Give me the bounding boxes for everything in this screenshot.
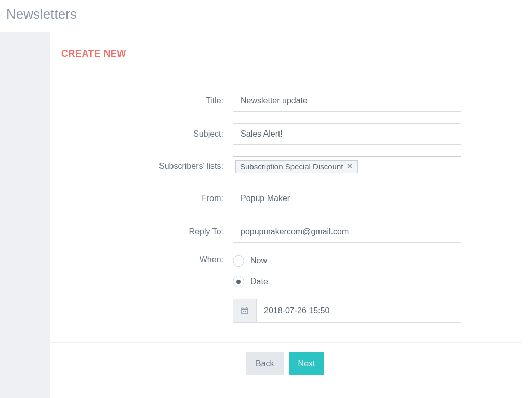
when-radio-date[interactable]: Date <box>233 276 268 287</box>
footer-buttons: Back Next <box>246 352 532 375</box>
when-now-label: Now <box>250 256 267 266</box>
content-area: CREATE NEW Title: Subject: Subscribers' … <box>0 32 532 398</box>
card-heading: CREATE NEW <box>50 48 532 71</box>
page-title: Newsletters <box>0 0 532 32</box>
when-radio-now[interactable]: Now <box>233 255 268 267</box>
row-date <box>50 299 532 323</box>
reply-to-input[interactable] <box>233 221 461 243</box>
radio-icon <box>233 255 244 267</box>
radio-icon <box>233 276 244 287</box>
radio-dot-icon <box>236 280 241 284</box>
when-label: When: <box>50 254 233 264</box>
form-card: CREATE NEW Title: Subject: Subscribers' … <box>50 32 532 398</box>
date-input[interactable] <box>257 299 461 323</box>
row-subscribers: Subscribers' lists: Subscription Special… <box>50 156 532 176</box>
when-date-label: Date <box>250 277 268 286</box>
subject-label: Subject: <box>50 129 233 139</box>
row-reply-to: Reply To: <box>50 221 532 243</box>
subscriber-tag: Subscription Special Discount ✕ <box>235 160 358 173</box>
back-button[interactable]: Back <box>246 352 284 375</box>
next-button[interactable]: Next <box>289 352 325 375</box>
header-divider <box>50 71 521 71</box>
row-title: Title: <box>50 90 532 112</box>
row-subject: Subject: <box>50 123 532 145</box>
subscriber-tag-label: Subscription Special Discount <box>240 162 343 171</box>
from-input[interactable] <box>233 188 461 209</box>
subscribers-tags-input[interactable]: Subscription Special Discount ✕ <box>233 156 461 176</box>
remove-tag-icon[interactable]: ✕ <box>346 163 353 170</box>
calendar-icon[interactable] <box>233 299 257 323</box>
row-from: From: <box>50 188 532 209</box>
when-radio-group: Now Date <box>233 254 268 287</box>
subscribers-label: Subscribers' lists: <box>50 162 233 171</box>
from-label: From: <box>50 194 233 203</box>
title-label: Title: <box>50 96 233 105</box>
subject-input[interactable] <box>233 123 461 145</box>
footer-divider <box>50 342 521 343</box>
reply-to-label: Reply To: <box>50 227 233 236</box>
date-input-group <box>233 299 461 323</box>
row-when: When: Now Date <box>50 254 532 287</box>
title-input[interactable] <box>233 90 461 112</box>
